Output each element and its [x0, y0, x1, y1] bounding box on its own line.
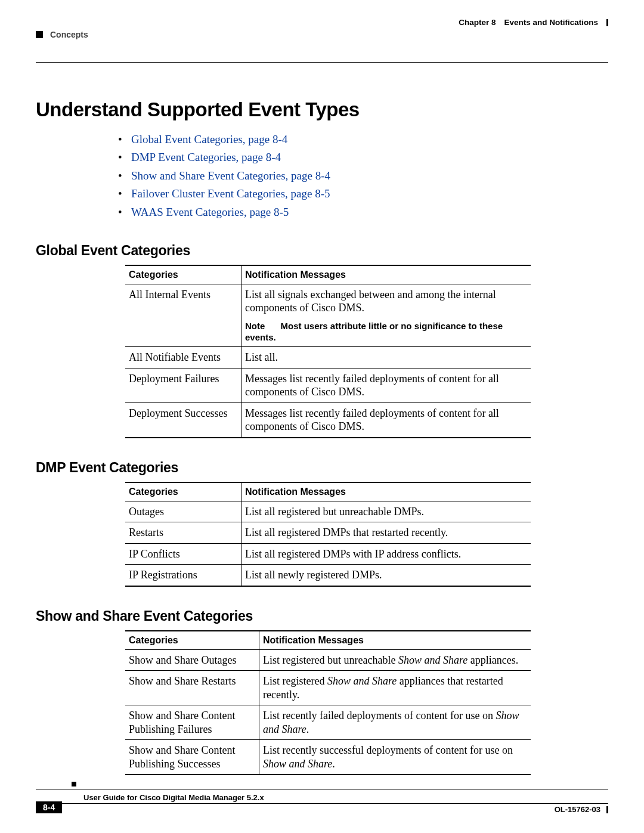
cell-post: appliances.	[467, 654, 518, 666]
header-right: Chapter 8 Events and Notifications	[459, 18, 608, 27]
table-row: Show and Share Restarts List registered …	[125, 671, 531, 705]
cell-post: .	[332, 758, 335, 770]
toc-item: Global Event Categories, page 8-4	[131, 131, 608, 148]
doc-id-text: OL-15762-03	[555, 805, 600, 814]
table-row: IP Conflicts List all registered DMPs wi…	[125, 543, 531, 565]
table-dmp: Categories Notification Messages Outages…	[125, 482, 531, 587]
table-row: Show and Share Content Publishing Succes…	[125, 740, 531, 775]
toc-item: DMP Event Categories, page 8-4	[131, 148, 608, 166]
toc-item: WAAS Event Categories, page 8-5	[131, 203, 608, 221]
doc-id: OL-15762-03	[555, 805, 608, 814]
header-left: Concepts	[36, 30, 88, 39]
table-show: Categories Notification Messages Show an…	[125, 630, 531, 776]
page-footer: User Guide for Cisco Digital Media Manag…	[36, 778, 608, 814]
heading-dmp: DMP Event Categories	[36, 460, 608, 476]
header-rule	[36, 62, 608, 63]
cell-category: All Notifiable Events	[125, 347, 242, 368]
cell-message: List all signals exchanged between and a…	[242, 284, 531, 347]
heading-global: Global Event Categories	[36, 243, 608, 259]
footer-guide-title: User Guide for Cisco Digital Media Manag…	[83, 793, 608, 802]
table-row: All Internal Events List all signals exc…	[125, 284, 531, 347]
th-categories: Categories	[125, 482, 242, 501]
cell-message: Messages list recently failed deployment…	[242, 402, 531, 438]
table-row: Outages List all registered but unreacha…	[125, 501, 531, 522]
cell-italic: Show and Share	[398, 654, 467, 666]
page: Concepts Chapter 8 Events and Notificati…	[0, 0, 644, 833]
toc-item: Show and Share Event Categories, page 8-…	[131, 167, 608, 185]
footer-block-icon	[72, 782, 76, 786]
vertical-bar-icon	[606, 806, 608, 813]
toc-list: Global Event Categories, page 8-4 DMP Ev…	[131, 131, 608, 221]
table-row: Restarts List all registered DMPs that r…	[125, 522, 531, 544]
note-text: Most users attribute little or no signif…	[245, 321, 503, 342]
cell-category: Restarts	[125, 522, 242, 544]
table-row: Deployment Failures Messages list recent…	[125, 368, 531, 402]
cell-message: List recently successful deployments of …	[259, 740, 531, 775]
cell-category: IP Conflicts	[125, 543, 242, 565]
cell-message: List all registered DMPs with IP address…	[242, 543, 531, 565]
cell-pre: List recently failed deployments of cont…	[263, 710, 496, 721]
table-global: Categories Notification Messages All Int…	[125, 265, 531, 438]
cell-category: Show and Share Content Publishing Succes…	[125, 740, 259, 775]
th-categories: Categories	[125, 631, 259, 650]
cell-category: Deployment Successes	[125, 402, 242, 438]
toc-link[interactable]: Failover Cluster Event Categories, page …	[131, 187, 330, 200]
table-row: Deployment Successes Messages list recen…	[125, 402, 531, 438]
th-messages: Notification Messages	[242, 482, 531, 501]
cell-italic: Show and Share	[327, 675, 397, 687]
table-row: IP Registrations List all newly register…	[125, 565, 531, 586]
cell-category: Show and Share Restarts	[125, 671, 259, 705]
table-row: Show and Share Outages List registered b…	[125, 649, 531, 671]
table-row: All Notifiable Events List all.	[125, 347, 531, 368]
th-messages: Notification Messages	[259, 631, 531, 650]
toc-link[interactable]: Show and Share Event Categories, page 8-…	[131, 169, 330, 182]
toc-link[interactable]: Global Event Categories, page 8-4	[131, 133, 287, 145]
vertical-bar-icon	[606, 19, 608, 26]
note-label: Note	[245, 321, 265, 331]
page-number: 8-4	[36, 801, 62, 813]
page-title: Understand Supported Event Types	[36, 98, 608, 121]
cell-message: List registered Show and Share appliance…	[259, 671, 531, 705]
cell-pre: List registered	[263, 675, 327, 687]
header-chapter-title: Events and Notifications	[504, 18, 598, 27]
footer-rule-top	[36, 789, 608, 789]
th-categories: Categories	[125, 265, 242, 284]
header-chapter-number: Chapter 8	[459, 18, 496, 27]
heading-show: Show and Share Event Categories	[36, 608, 608, 624]
cell-italic: Show and Share	[263, 758, 332, 770]
cell-message: Messages list recently failed deployment…	[242, 368, 531, 402]
cell-message: List recently failed deployments of cont…	[259, 705, 531, 740]
cell-message: List registered but unreachable Show and…	[259, 649, 531, 671]
cell-message: List all registered but unreachable DMPs…	[242, 501, 531, 522]
toc-link[interactable]: WAAS Event Categories, page 8-5	[131, 206, 289, 218]
cell-category: Outages	[125, 501, 242, 522]
table-row: Show and Share Content Publishing Failur…	[125, 705, 531, 740]
cell-category: Show and Share Content Publishing Failur…	[125, 705, 259, 740]
cell-message-text: List all signals exchanged between and a…	[245, 289, 496, 314]
th-messages: Notification Messages	[242, 265, 531, 284]
cell-pre: List recently successful deployments of …	[263, 744, 513, 756]
cell-message: List all newly registered DMPs.	[242, 565, 531, 586]
toc-link[interactable]: DMP Event Categories, page 8-4	[131, 151, 281, 163]
cell-category: All Internal Events	[125, 284, 242, 347]
toc-item: Failover Cluster Event Categories, page …	[131, 185, 608, 203]
cell-category: IP Registrations	[125, 565, 242, 586]
cell-category: Show and Share Outages	[125, 649, 259, 671]
footer-row: 8-4 OL-15762-03	[36, 803, 608, 814]
cell-pre: List registered but unreachable	[263, 654, 398, 666]
cell-post: .	[306, 723, 309, 735]
cell-message: List all.	[242, 347, 531, 368]
note: Note Most users attribute little or no s…	[245, 321, 526, 343]
cell-category: Deployment Failures	[125, 368, 242, 402]
running-header: Concepts Chapter 8 Events and Notificati…	[36, 18, 608, 39]
bullet-icon	[36, 31, 43, 38]
cell-message: List all registered DMPs that restarted …	[242, 522, 531, 544]
header-section-label: Concepts	[50, 30, 88, 39]
